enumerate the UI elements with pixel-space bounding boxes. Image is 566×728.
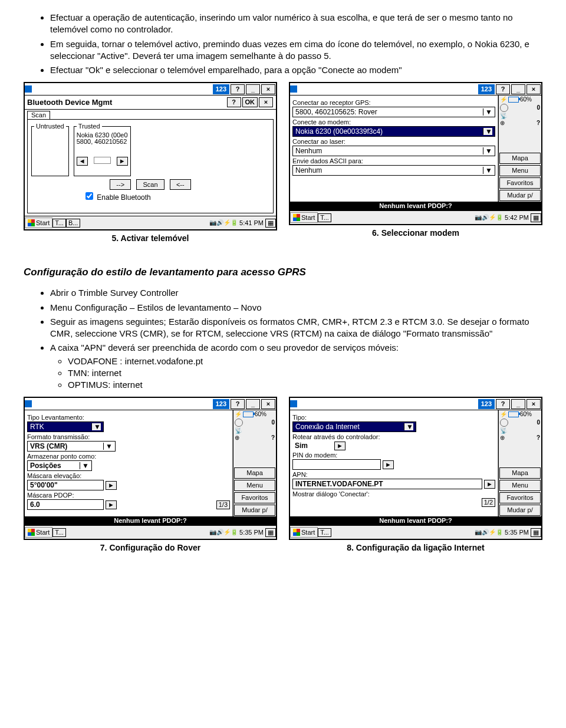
menu-button[interactable]: Menu	[499, 480, 541, 491]
mudar-button[interactable]: Mudar p/	[499, 505, 541, 516]
expand-button[interactable]: ►	[383, 460, 394, 469]
dropdown-icon[interactable]: ▼	[483, 167, 492, 174]
page-indicator[interactable]: 1/3	[216, 500, 230, 509]
field-label: APN:	[292, 472, 495, 478]
dropdown-icon[interactable]: ▼	[404, 423, 413, 430]
trusted-group: Trusted Nokia 6230 (00e0 5800, 460210562…	[74, 123, 131, 176]
enable-bluetooth-checkbox[interactable]: Enable Bluetooth	[83, 193, 151, 202]
taskbar-item[interactable]: T...	[318, 528, 331, 537]
field-label: Rotear através do controlador:	[292, 434, 495, 440]
format-field[interactable]: VRS (CMR)▼	[27, 441, 116, 452]
close-button[interactable]: ×	[261, 84, 275, 94]
input-mode-123[interactable]: 123	[213, 84, 229, 94]
bluetooth-icon	[25, 400, 32, 407]
favoritos-button[interactable]: Favoritos	[499, 177, 541, 189]
bluetooth-icon	[290, 85, 297, 93]
expand-button[interactable]: ►	[334, 442, 345, 450]
sub-bullet-item: OPTIMUS: internet	[68, 379, 542, 391]
apn-field[interactable]: INTERNET.VODAFONE.PT	[292, 479, 482, 489]
gps-receiver-field[interactable]: 5800, 4602105625: Rover▼	[292, 107, 495, 117]
close-button[interactable]: ×	[261, 399, 275, 409]
store-point-field[interactable]: Posições▼	[27, 460, 92, 471]
start-button[interactable]: Start	[25, 527, 52, 538]
help-button[interactable]: ?	[231, 399, 245, 409]
dropdown-icon[interactable]: ▼	[483, 147, 492, 154]
status-icons: ⚡60% 0 📡 ⊕?	[233, 410, 276, 442]
menu-button[interactable]: Menu	[234, 480, 275, 491]
expand-button[interactable]: ►	[106, 500, 117, 509]
close-button[interactable]: ×	[526, 84, 541, 94]
help-button[interactable]: ?	[231, 84, 245, 94]
start-button[interactable]: Start	[290, 527, 318, 538]
favoritos-button[interactable]: Favoritos	[499, 492, 541, 503]
bullet-item: Seguir as imagens seguintes; Estarão dis…	[50, 316, 542, 340]
menu-button[interactable]: Menu	[499, 165, 541, 176]
help-button[interactable]: ?	[496, 399, 510, 409]
field-label: Envie dados ASCII para:	[292, 158, 495, 164]
bluetooth-icon	[290, 400, 297, 407]
pdop-mask-field[interactable]: 6.0	[27, 499, 104, 510]
dropdown-icon[interactable]: ▼	[483, 108, 492, 116]
dropdown-icon[interactable]: ▼	[483, 128, 492, 135]
move-left-button[interactable]: <--	[170, 179, 191, 190]
field-label: Tipo Levantamento:	[27, 414, 230, 421]
mapa-button[interactable]: Mapa	[234, 467, 275, 479]
dropdown-icon[interactable]: ▼	[80, 462, 89, 469]
close-button[interactable]: ×	[259, 97, 273, 107]
help-button[interactable]: ?	[496, 84, 510, 94]
scroll-right-button[interactable]: ►	[117, 157, 128, 166]
start-button[interactable]: Start	[290, 212, 318, 223]
scroll-left-button[interactable]: ◄	[77, 157, 88, 166]
field-label: Conecte ao modem:	[292, 119, 495, 126]
field-label: Mostrar diálogo 'Conectar':	[292, 491, 495, 498]
taskbar-item[interactable]: T...	[52, 219, 66, 228]
dropdown-icon[interactable]: ▼	[103, 443, 113, 450]
field-label: Armazenar ponto como:	[27, 453, 230, 460]
input-mode-123[interactable]: 123	[478, 399, 495, 409]
mapa-button[interactable]: Mapa	[499, 467, 541, 479]
pin-field[interactable]	[292, 459, 381, 470]
tray-icons: 📷🔊⚡🔋	[209, 529, 238, 535]
scan-button[interactable]: Scan	[136, 179, 164, 190]
tray-button[interactable]: ▦	[531, 213, 541, 222]
field-label: Conectar ao laser:	[292, 139, 495, 145]
minimize-button[interactable]: _	[511, 399, 525, 409]
mudar-button[interactable]: Mudar p/	[499, 190, 541, 201]
favoritos-button[interactable]: Favoritos	[234, 492, 275, 503]
trusted-item[interactable]: 5800, 460210562	[77, 139, 128, 145]
input-mode-123[interactable]: 123	[478, 84, 495, 94]
mudar-button[interactable]: Mudar p/	[234, 505, 275, 516]
tray-button[interactable]: ▦	[265, 528, 276, 537]
minimize-button[interactable]: _	[246, 84, 260, 94]
taskbar-item[interactable]: B...	[66, 219, 81, 228]
ok-button[interactable]: OK	[242, 97, 258, 107]
tab-scan[interactable]: Scan	[27, 111, 50, 119]
laser-field[interactable]: Nenhum▼	[292, 146, 495, 156]
expand-button[interactable]: ►	[106, 481, 117, 490]
minimize-button[interactable]: _	[511, 84, 525, 94]
taskbar-item[interactable]: T...	[318, 213, 331, 222]
taskbar-item[interactable]: T...	[52, 528, 66, 537]
tray-button[interactable]: ▦	[531, 528, 541, 537]
ascii-field[interactable]: Nenhum▼	[292, 165, 495, 176]
input-mode-123[interactable]: 123	[213, 399, 229, 409]
help-button[interactable]: ?	[227, 97, 241, 107]
close-button[interactable]: ×	[526, 399, 541, 409]
expand-button[interactable]: ►	[484, 480, 495, 489]
dropdown-icon[interactable]: ▼	[91, 423, 101, 430]
sub-bullet-list: VODAFONE : internet.vodafone.pt TMN: int…	[50, 355, 542, 391]
survey-type-field[interactable]: RTK▼	[27, 421, 104, 432]
minimize-button[interactable]: _	[246, 399, 260, 409]
move-right-button[interactable]: -->	[110, 179, 131, 190]
start-button[interactable]: Start	[25, 218, 52, 228]
tray-button[interactable]: ▦	[265, 219, 276, 228]
windows-flag-icon	[28, 219, 35, 226]
page-indicator[interactable]: 1/2	[482, 498, 495, 507]
elevation-mask-field[interactable]: 5°00'00"	[27, 480, 104, 490]
type-field[interactable]: Conexão da Internet▼	[292, 421, 416, 432]
modem-field[interactable]: Nokia 6230 (00e00339f3c4)▼	[292, 126, 495, 137]
mapa-button[interactable]: Mapa	[499, 153, 541, 164]
bullet-item: Efectuar a operação de autenticação, ins…	[50, 12, 542, 36]
route-field[interactable]: Sim	[292, 441, 333, 450]
scrollbar[interactable]	[94, 157, 111, 164]
